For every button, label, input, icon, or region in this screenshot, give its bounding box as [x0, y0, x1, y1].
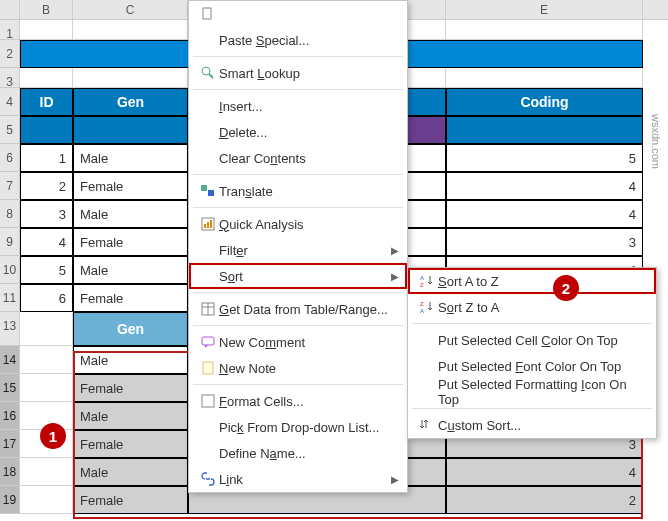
- svg-rect-8: [207, 222, 209, 228]
- row-header[interactable]: 15: [0, 374, 20, 402]
- svg-text:A: A: [420, 275, 424, 281]
- menu-paste-special[interactable]: Paste Special...: [189, 27, 407, 53]
- sel-cell-coding[interactable]: 4: [446, 458, 643, 486]
- sel-cell-gender[interactable]: Female: [73, 374, 188, 402]
- menu-link[interactable]: Link▶: [189, 466, 407, 492]
- chevron-right-icon: ▶: [391, 271, 399, 282]
- sel-cell-gender[interactable]: Male: [73, 458, 188, 486]
- paste-icon: [197, 6, 219, 22]
- cell-id[interactable]: 4: [20, 228, 73, 256]
- row-header[interactable]: 18: [0, 458, 20, 486]
- menu-new-comment[interactable]: New Comment: [189, 329, 407, 355]
- cell-gender[interactable]: Male: [73, 200, 188, 228]
- sort-za-icon: ZA: [416, 299, 438, 315]
- cell-coding[interactable]: 3: [446, 228, 643, 256]
- menu-filter[interactable]: Filter▶: [189, 237, 407, 263]
- menu-insert[interactable]: Insert...: [189, 93, 407, 119]
- sort-submenu: AZSort A to Z ZASort Z to A Put Selected…: [407, 267, 657, 439]
- menu-quick-analysis[interactable]: Quick Analysis: [189, 211, 407, 237]
- menu-smart-lookup[interactable]: Smart Lookup: [189, 60, 407, 86]
- menu-translate[interactable]: Translate: [189, 178, 407, 204]
- row-header[interactable]: 3: [0, 68, 20, 88]
- cell-gender[interactable]: Male: [73, 256, 188, 284]
- row-header[interactable]: 7: [0, 172, 20, 200]
- cell-gender[interactable]: Male: [73, 144, 188, 172]
- step-badge-2: 2: [553, 275, 579, 301]
- row-header[interactable]: 6: [0, 144, 20, 172]
- row-header[interactable]: 19: [0, 486, 20, 514]
- sel-cell-gender[interactable]: Male: [73, 402, 188, 430]
- submenu-cell-color[interactable]: Put Selected Cell Color On Top: [408, 327, 656, 353]
- menu-delete[interactable]: Delete...: [189, 119, 407, 145]
- menu-get-data[interactable]: Get Data from Table/Range...: [189, 296, 407, 322]
- cell-gender[interactable]: Female: [73, 284, 188, 312]
- menu-sort[interactable]: Sort▶: [189, 263, 407, 289]
- svg-rect-0: [203, 8, 211, 19]
- submenu-sort-az[interactable]: AZSort A to Z: [408, 268, 656, 294]
- row-header[interactable]: 2: [0, 40, 20, 68]
- row-header[interactable]: 17: [0, 430, 20, 458]
- header-coding[interactable]: Coding: [446, 88, 643, 116]
- cell-id[interactable]: 3: [20, 200, 73, 228]
- row-header[interactable]: 8: [0, 200, 20, 228]
- svg-line-3: [209, 74, 213, 78]
- col-header-C[interactable]: C: [73, 0, 188, 19]
- row-header[interactable]: 4: [0, 88, 20, 116]
- cell-gender[interactable]: Female: [73, 228, 188, 256]
- menu-clear-contents[interactable]: Clear Contents: [189, 145, 407, 171]
- sel-header-gen[interactable]: Gen: [73, 312, 188, 346]
- menu-paste-icon-row[interactable]: [189, 1, 407, 27]
- cell-coding[interactable]: 4: [446, 172, 643, 200]
- col-header-E[interactable]: E: [446, 0, 643, 19]
- cell-id[interactable]: 2: [20, 172, 73, 200]
- sel-cell-gender[interactable]: Male: [73, 346, 188, 374]
- sort-az-icon: AZ: [416, 273, 438, 289]
- svg-text:Z: Z: [420, 301, 424, 307]
- translate-icon: [197, 183, 219, 199]
- svg-point-2: [202, 67, 210, 75]
- chevron-right-icon: ▶: [391, 245, 399, 256]
- svg-text:A: A: [420, 308, 424, 314]
- col-header-B[interactable]: B: [20, 0, 73, 19]
- cell-coding[interactable]: 4: [446, 200, 643, 228]
- sel-cell-gender[interactable]: Female: [73, 430, 188, 458]
- cell-id[interactable]: 5: [20, 256, 73, 284]
- row-header[interactable]: 13: [0, 312, 20, 346]
- watermark: wsxdn.com: [650, 114, 662, 169]
- sel-cell-coding[interactable]: 2: [446, 486, 643, 514]
- menu-pick-dropdown[interactable]: Pick From Drop-down List...: [189, 414, 407, 440]
- menu-define-name[interactable]: Define Name...: [189, 440, 407, 466]
- submenu-formatting-icon[interactable]: Put Selected Formatting Icon On Top: [408, 379, 656, 405]
- table-icon: [197, 301, 219, 317]
- submenu-font-color[interactable]: Put Selected Font Color On Top: [408, 353, 656, 379]
- menu-new-note[interactable]: New Note: [189, 355, 407, 381]
- svg-rect-4: [201, 185, 207, 191]
- sel-cell-gender[interactable]: Female: [73, 486, 188, 514]
- cell-gender[interactable]: Female: [73, 172, 188, 200]
- menu-format-cells[interactable]: Format Cells...: [189, 388, 407, 414]
- row-header[interactable]: 11: [0, 284, 20, 312]
- header-gen[interactable]: Gen: [73, 88, 188, 116]
- row-header[interactable]: 10: [0, 256, 20, 284]
- submenu-custom-sort[interactable]: Custom Sort...: [408, 412, 656, 438]
- svg-text:Z: Z: [420, 282, 424, 288]
- link-icon: [197, 471, 219, 487]
- custom-sort-icon: [416, 417, 438, 433]
- row-header[interactable]: 9: [0, 228, 20, 256]
- row-header[interactable]: 16: [0, 402, 20, 430]
- svg-rect-7: [204, 224, 206, 228]
- row-header[interactable]: 5: [0, 116, 20, 144]
- cell-coding[interactable]: 5: [446, 144, 643, 172]
- header-id[interactable]: ID: [20, 88, 73, 116]
- row-header[interactable]: 1: [0, 20, 20, 40]
- row-header[interactable]: 14: [0, 346, 20, 374]
- search-icon: [197, 65, 219, 81]
- svg-rect-14: [203, 362, 213, 374]
- cell-id[interactable]: 6: [20, 284, 73, 312]
- chevron-right-icon: ▶: [391, 474, 399, 485]
- cell-id[interactable]: 1: [20, 144, 73, 172]
- col-header-A[interactable]: [0, 0, 20, 19]
- svg-rect-5: [208, 190, 214, 196]
- submenu-sort-za[interactable]: ZASort Z to A: [408, 294, 656, 320]
- note-icon: [197, 360, 219, 376]
